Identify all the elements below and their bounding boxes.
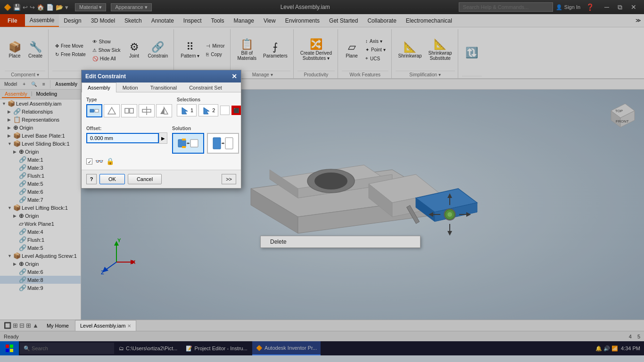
svg-rect-49 xyxy=(130,108,133,113)
modal-type-selections-row: Type xyxy=(86,97,236,122)
sel1-label: 1 xyxy=(190,107,193,113)
svg-rect-44 xyxy=(90,109,94,112)
type-tangent-button[interactable] xyxy=(121,104,137,117)
sel-stop-icon: ⬛ xyxy=(233,108,239,113)
type-buttons xyxy=(86,104,172,117)
symmetry-icon xyxy=(159,106,169,116)
svg-rect-57 xyxy=(182,146,186,148)
solution-btn-2[interactable] xyxy=(207,133,239,154)
type-angle-button[interactable] xyxy=(104,104,120,117)
modal-close-button[interactable]: ✕ xyxy=(231,73,237,80)
svg-rect-45 xyxy=(95,109,99,112)
modal-offset-solution-row: Offset: ▶ Solution xyxy=(86,126,236,154)
offset-label: Offset: xyxy=(86,126,167,131)
modal-footer: ? OK Cancel >> xyxy=(82,170,241,188)
svg-marker-53 xyxy=(164,107,168,114)
svg-rect-55 xyxy=(190,140,198,147)
svg-rect-54 xyxy=(178,140,186,147)
sel2-label: 2 xyxy=(212,107,215,113)
modal-tab-motion[interactable]: Motion xyxy=(116,82,144,92)
eyeglasses-icon: 👓 xyxy=(95,157,103,165)
svg-rect-61 xyxy=(225,138,233,149)
offset-arrow-button[interactable]: ▶ xyxy=(159,132,167,144)
svg-rect-48 xyxy=(125,108,129,113)
mate-icon xyxy=(89,106,99,116)
offset-input-row: ▶ xyxy=(86,132,167,144)
modal-tabs: Assembly Motion Transitional Constraint … xyxy=(82,82,241,92)
svg-marker-59 xyxy=(188,142,190,144)
svg-rect-60 xyxy=(213,138,221,149)
offset-input[interactable] xyxy=(86,133,159,143)
angle-icon xyxy=(107,106,117,116)
sel-checkbox[interactable] xyxy=(220,106,230,115)
modal-tab-transitional[interactable]: Transitional xyxy=(144,82,183,92)
insert-icon xyxy=(141,106,152,116)
modal-tab-constraint-set[interactable]: Constraint Set xyxy=(183,82,228,92)
checkbox-predict-offset[interactable] xyxy=(86,158,92,165)
selections-row: 1 2 ⬛ xyxy=(177,104,241,116)
modal-selections-section: Selections 1 2 xyxy=(177,97,241,122)
solution-btn-1[interactable] xyxy=(172,133,204,154)
tangent-icon xyxy=(124,106,134,116)
svg-rect-56 xyxy=(182,139,186,140)
modal-body: Type xyxy=(82,92,241,170)
type-insert-button[interactable] xyxy=(139,104,155,117)
type-symmetry-button[interactable] xyxy=(156,104,172,117)
cancel-button[interactable]: Cancel xyxy=(128,174,162,184)
type-label: Type xyxy=(86,97,172,102)
type-mate-button[interactable] xyxy=(86,104,102,117)
modal-title: Edit Constraint xyxy=(85,73,126,80)
offset-section: Offset: ▶ xyxy=(86,126,167,154)
solution-buttons xyxy=(172,133,239,154)
sel1-icon xyxy=(180,106,190,115)
modal-tab-assembly[interactable]: Assembly xyxy=(82,82,116,92)
ok-button[interactable]: OK xyxy=(99,174,125,184)
modal-checkbox-row: 👓 🔒 xyxy=(86,157,236,165)
selection-2-button[interactable]: 2 xyxy=(198,104,218,116)
solution1-icon xyxy=(176,135,200,152)
selection-1-button[interactable]: 1 xyxy=(177,104,197,116)
modal-overlay: Edit Constraint ✕ Assembly Motion Transi… xyxy=(0,0,644,362)
expand-button[interactable]: >> xyxy=(222,174,236,184)
help-button[interactable]: ? xyxy=(86,174,97,184)
svg-marker-47 xyxy=(108,107,116,114)
solution-label: Solution xyxy=(172,126,239,131)
selections-label: Selections xyxy=(177,97,241,102)
solution2-icon xyxy=(211,135,235,152)
lock-icon: 🔒 xyxy=(106,157,114,165)
edit-constraint-dialog: Edit Constraint ✕ Assembly Motion Transi… xyxy=(81,70,241,189)
sel-stop-button[interactable]: ⬛ xyxy=(231,106,241,115)
svg-marker-63 xyxy=(222,142,223,144)
svg-marker-52 xyxy=(160,107,164,114)
solution-section: Solution xyxy=(172,126,239,154)
modal-type-section: Type xyxy=(86,97,172,122)
sel2-icon xyxy=(202,106,211,115)
modal-titlebar: Edit Constraint ✕ xyxy=(82,70,241,82)
